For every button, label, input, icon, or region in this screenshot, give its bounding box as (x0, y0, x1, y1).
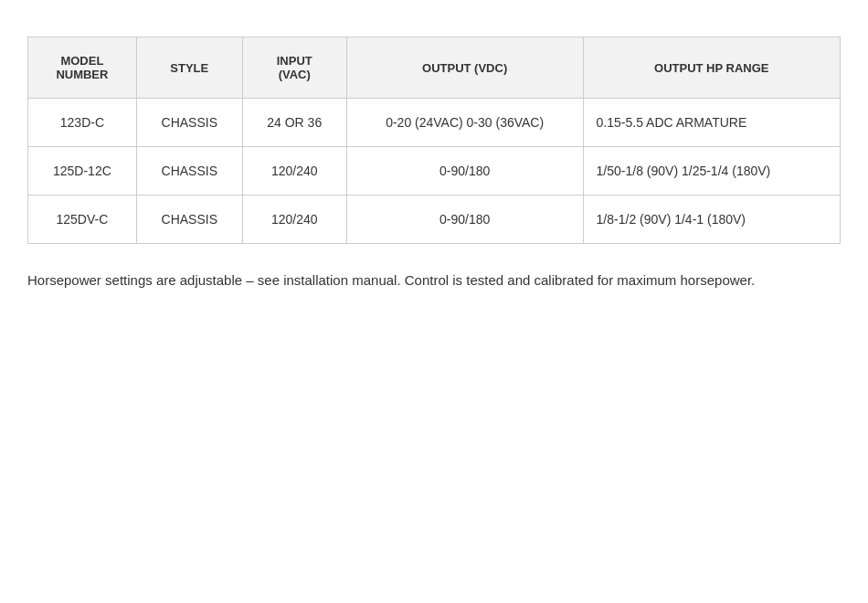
cell-output-vdc: 0-90/180 (346, 196, 583, 244)
cell-output-hp: 0.15-5.5 ADC ARMATURE (583, 99, 840, 147)
table-row: 125DV-CCHASSIS120/2400-90/1801/8-1/2 (90… (28, 196, 840, 244)
cell-model: 125D-12C (28, 147, 136, 196)
cell-output-vdc: 0-20 (24VAC) 0-30 (36VAC) (346, 99, 583, 147)
cell-model: 123D-C (28, 99, 136, 147)
footer-text: Horsepower settings are adjustable – see… (27, 270, 841, 291)
col-header-output-hp: OUTPUT HP RANGE (583, 37, 840, 99)
col-header-input: INPUT(VAC) (242, 37, 346, 99)
data-table: MODELNUMBER STYLE INPUT(VAC) OUTPUT (VDC… (27, 37, 841, 244)
cell-input: 120/240 (242, 147, 346, 196)
cell-output-hp: 1/50-1/8 (90V) 1/25-1/4 (180V) (583, 147, 840, 196)
cell-input: 24 OR 36 (242, 99, 346, 147)
col-header-output-vdc: OUTPUT (VDC) (346, 37, 583, 99)
col-header-style: STYLE (136, 37, 242, 99)
cell-model: 125DV-C (28, 196, 136, 244)
cell-input: 120/240 (242, 196, 346, 244)
cell-style: CHASSIS (136, 196, 242, 244)
cell-output-hp: 1/8-1/2 (90V) 1/4-1 (180V) (583, 196, 840, 244)
cell-style: CHASSIS (136, 99, 242, 147)
table-row: 123D-CCHASSIS24 OR 360-20 (24VAC) 0-30 (… (28, 99, 840, 147)
cell-output-vdc: 0-90/180 (346, 147, 583, 196)
table-row: 125D-12CCHASSIS120/2400-90/1801/50-1/8 (… (28, 147, 840, 196)
col-header-model: MODELNUMBER (28, 37, 136, 99)
cell-style: CHASSIS (136, 147, 242, 196)
